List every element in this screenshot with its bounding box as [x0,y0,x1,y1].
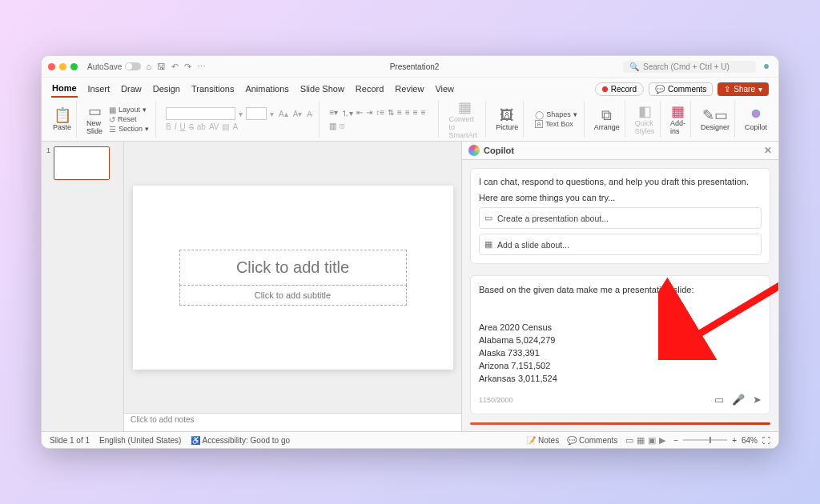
copilot-icon [468,145,480,156]
section-button[interactable]: ☰Section ▾ [107,125,151,134]
mic-icon[interactable]: 🎤 [732,394,745,406]
slideshow-view-icon[interactable]: ▶ [659,435,665,446]
zoom-control[interactable]: − + 64% ⛶ [673,436,770,445]
text-direction-icon[interactable]: ⇅ [388,108,394,119]
reading-view-icon[interactable]: ▣ [648,435,656,446]
quick-styles-button[interactable]: ◧Quick Styles [635,104,655,135]
tab-design[interactable]: Design [152,82,181,97]
addins-button[interactable]: ▦Add-ins [670,104,685,135]
autosave-switch[interactable] [125,62,141,70]
search-input[interactable]: Search (Cmd + Ctrl + U) [623,61,756,73]
group-slides: ▭New Slide ▦Layout ▾ ↺Reset ☰Section ▾ [82,101,156,138]
sorter-view-icon[interactable]: ▦ [637,435,645,446]
zoom-out-icon[interactable]: − [673,436,678,445]
tab-view[interactable]: View [434,82,455,97]
window-controls [48,63,78,70]
zoom-in-icon[interactable]: + [732,436,737,445]
numbering-icon[interactable]: ⒈▾ [341,108,353,119]
strike-icon[interactable]: S̶ [189,122,194,131]
paste-button[interactable]: 📋Paste [53,108,71,131]
columns-icon[interactable]: ▥ [329,122,336,130]
align-center-icon[interactable]: ≡ [405,108,410,119]
record-button[interactable]: Record [595,82,644,96]
group-font: ▾ ▾ A▴ A▾ A̶ B I U S̶ ab AV ▤ A [161,101,320,138]
subtitle-placeholder[interactable]: Click to add subtitle [179,285,407,306]
tab-animations[interactable]: Animations [244,82,289,97]
undo-icon[interactable]: ↶ [171,62,179,72]
increase-font-icon[interactable]: A▴ [277,110,290,118]
designer-button[interactable]: ✎▭Designer [701,108,730,131]
comments-button[interactable]: 💬 Comments [649,82,713,96]
copilot-accent-bar [470,422,770,425]
attachment-icon[interactable]: ▭ [714,394,724,406]
arrange-button[interactable]: ⧉Arrange [594,108,620,131]
copilot-titlebar-icon[interactable] [761,61,772,72]
indent-inc-icon[interactable]: ⇥ [366,108,372,119]
font-color-icon[interactable]: A [232,122,238,131]
clear-format-icon[interactable]: A̶ [305,110,314,118]
spacing-icon[interactable]: AV [209,122,219,131]
textbox-button[interactable]: 🄰Text Box [533,120,579,129]
zoom-value: 64% [742,436,758,445]
line-spacing-icon[interactable]: ↕≡ [376,108,384,119]
normal-view-icon[interactable]: ▭ [625,435,633,446]
align-right-icon[interactable]: ≡ [413,108,418,119]
more-icon[interactable]: ⋯ [197,62,206,72]
suggestion-create-presentation[interactable]: ▭Create a presentation about... [479,207,762,229]
notes-toggle[interactable]: 📝 Notes [526,436,559,445]
svg-point-1 [752,110,761,118]
redo-icon[interactable]: ↷ [184,62,191,72]
justify-icon[interactable]: ≡ [421,108,426,119]
suggestion-add-slide[interactable]: ▦Add a slide about... [479,234,762,255]
tab-draw[interactable]: Draw [120,82,143,97]
char-count: 1150/2000 [479,396,513,404]
fit-to-window-icon[interactable]: ⛶ [762,436,770,445]
share-button[interactable]: ⇪ Share ▾ [718,82,769,96]
maximize-window-button[interactable] [70,63,78,70]
home-icon[interactable]: ⌂ [146,62,151,72]
group-smartart: ▦Convert to SmartArt [444,101,486,138]
view-buttons: ▭ ▦ ▣ ▶ [625,435,665,446]
shapes-button[interactable]: ◯Shapes ▾ [533,110,579,119]
tab-insert[interactable]: Insert [87,82,111,97]
title-placeholder[interactable]: Click to add title [179,250,407,286]
reset-button[interactable]: ↺Reset [107,115,151,124]
save-icon[interactable]: 🖫 [157,62,166,72]
accessibility-status[interactable]: ♿ Accessibility: Good to go [191,436,290,445]
close-window-button[interactable] [48,63,55,70]
shadow-icon[interactable]: ab [197,122,206,131]
slide-thumbnail-panel: 1 [42,142,124,431]
align-text-icon[interactable]: ⎅ [340,122,344,130]
decrease-font-icon[interactable]: A▾ [291,110,304,118]
indent-dec-icon[interactable]: ⇤ [356,108,363,119]
highlight-icon[interactable]: ▤ [222,122,229,131]
convert-smartart-button[interactable]: ▦Convert to SmartArt [448,100,480,139]
new-slide-button[interactable]: ▭New Slide [86,104,102,135]
bullets-icon[interactable]: ≡▾ [329,108,338,119]
tab-slide-show[interactable]: Slide Show [299,82,345,97]
minimize-window-button[interactable] [59,63,66,70]
group-addins: ▦Add-ins [665,101,691,138]
tab-review[interactable]: Review [394,82,424,97]
align-left-icon[interactable]: ≡ [397,108,402,119]
tab-transitions[interactable]: Transitions [191,82,235,97]
zoom-slider[interactable] [683,439,727,441]
slide-thumbnail-1[interactable] [54,146,110,180]
font-name-select[interactable] [166,107,235,120]
comments-toggle[interactable]: 💬 Comments [567,436,617,445]
font-size-select[interactable] [246,107,267,120]
autosave-toggle[interactable]: AutoSave [87,62,141,71]
close-panel-icon[interactable]: ✕ [764,145,772,156]
layout-button[interactable]: ▦Layout ▾ [107,106,151,114]
tab-home[interactable]: Home [51,81,78,98]
copilot-ribbon-button[interactable]: Copilot [745,107,767,131]
notes-pane[interactable]: Click to add notes [124,413,461,431]
tab-record[interactable]: Record [355,82,384,97]
italic-icon[interactable]: I [175,122,177,131]
language-status[interactable]: English (United States) [99,436,181,445]
slide-canvas[interactable]: Click to add title Click to add subtitle [124,142,461,413]
underline-icon[interactable]: U [180,122,186,131]
picture-button[interactable]: 🖼Picture [496,108,518,131]
send-icon[interactable]: ➤ [753,394,762,406]
bold-icon[interactable]: B [166,122,171,131]
